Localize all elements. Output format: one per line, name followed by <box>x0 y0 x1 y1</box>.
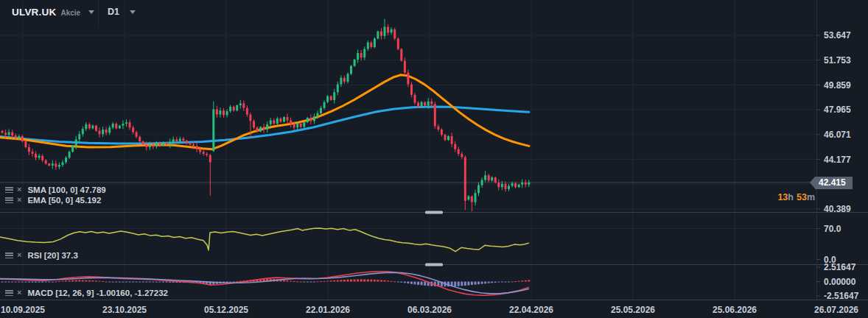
trading-chart-window: 53.64751.75349.85947.96546.07144.17740.3… <box>0 0 868 318</box>
countdown-hours: 13 <box>777 192 788 202</box>
legend-row-rsi: × RSI [20] 37.3 <box>5 250 78 261</box>
legend-row-ema: × EMA [50, 0] 45.192 <box>5 195 101 205</box>
time-axis-label: 10.09.2025 <box>1 305 45 315</box>
time-axis-label: 25.05.2026 <box>611 305 655 315</box>
axis-borders <box>0 0 868 300</box>
rsi-axis-label: 70.0 <box>824 224 841 234</box>
rsi-line <box>0 228 529 252</box>
indicator-settings-icon[interactable] <box>5 252 13 259</box>
pane-separators <box>0 211 868 266</box>
indicator-close-icon[interactable]: × <box>17 186 21 193</box>
interval-selector[interactable]: D1 <box>108 7 136 17</box>
chevron-down-icon <box>130 10 136 14</box>
time-axis-label: 22.01.2026 <box>306 305 350 315</box>
price-axis-label: 46.071 <box>824 130 851 140</box>
legend-row-sma: × SMA [100, 0] 47.789 <box>5 185 106 195</box>
separator-handle[interactable] <box>425 211 443 214</box>
indicator-settings-icon[interactable] <box>5 290 13 297</box>
time-axis-label: 26.07.2026 <box>814 305 858 315</box>
legend-row-macd: × MACD [12, 26, 9] -1.00160, -1.27232 <box>5 288 168 298</box>
indicator-close-icon[interactable]: × <box>17 289 21 296</box>
price-axis-label: 40.389 <box>824 204 851 214</box>
macd-axis-label: 2.51647 <box>824 262 856 272</box>
price-axis-label: 49.859 <box>824 80 851 91</box>
countdown-minutes: 53 <box>797 192 807 202</box>
instrument-type-label: Akcie <box>60 9 80 17</box>
price-axis-label: 47.965 <box>824 105 851 115</box>
time-axis[interactable]: 10.09.202523.10.202505.12.202522.01.2026… <box>1 305 858 315</box>
indicator-label-sma: SMA [100, 0] 47.789 <box>27 186 105 194</box>
indicator-label-ema: EMA [50, 0] 45.192 <box>27 196 101 205</box>
price-axis-label: 44.177 <box>824 155 851 165</box>
symbol-name: ULVR.UK <box>12 7 56 18</box>
header-divider <box>98 0 99 26</box>
macd-axis-label: 0.00000 <box>824 277 856 287</box>
indicator-close-icon[interactable]: × <box>17 252 21 258</box>
chart-header: ULVR.UK Akcie D1 <box>0 0 868 26</box>
symbol-selector[interactable]: ULVR.UK Akcie <box>12 7 94 18</box>
indicator-settings-icon[interactable] <box>5 187 13 194</box>
price-axis-label: 51.753 <box>824 55 851 66</box>
indicator-label-macd: MACD [12, 26, 9] -1.00160, -1.27232 <box>27 289 168 297</box>
separator-handle[interactable] <box>425 264 443 266</box>
macd-axis-label: -2.51647 <box>824 291 859 301</box>
time-axis-label: 05.12.2025 <box>204 305 248 315</box>
bar-close-countdown: 13h53m <box>777 192 815 202</box>
time-axis-label: 23.10.2025 <box>102 305 147 315</box>
countdown-minutes-unit: m <box>807 192 815 202</box>
time-axis-label: 22.04.2026 <box>509 305 553 315</box>
countdown-hours-unit: h <box>788 192 794 202</box>
chevron-down-icon <box>88 10 94 14</box>
indicator-close-icon[interactable]: × <box>17 197 21 203</box>
rsi-line <box>0 228 529 252</box>
indicator-settings-icon[interactable] <box>5 197 13 204</box>
interval-label: D1 <box>108 7 119 17</box>
last-price-tag: 42.415 <box>815 177 853 189</box>
gridlines <box>0 0 816 300</box>
time-axis-label: 06.03.2026 <box>407 305 452 315</box>
price-axis-label: 53.647 <box>824 30 851 40</box>
indicator-label-rsi: RSI [20] 37.3 <box>27 251 77 260</box>
price-axis[interactable]: 53.64751.75349.85947.96546.07144.17740.3… <box>816 30 859 301</box>
chart-canvas[interactable]: 53.64751.75349.85947.96546.07144.17740.3… <box>0 0 868 318</box>
time-axis-label: 25.06.2026 <box>713 305 757 315</box>
